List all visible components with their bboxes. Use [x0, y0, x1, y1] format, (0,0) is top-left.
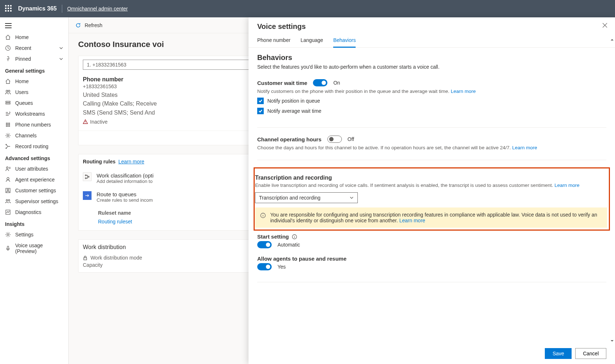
svg-point-5	[6, 123, 7, 124]
notify-avg-checkbox[interactable]	[257, 108, 264, 114]
start-toggle[interactable]	[257, 241, 272, 248]
cwt-label: Customer wait time	[257, 80, 307, 86]
diagnostics-icon	[5, 209, 11, 215]
nav-label: User attributes	[15, 166, 48, 172]
cwt-toggle[interactable]	[313, 79, 327, 86]
nav-insights-settings[interactable]: Settings	[0, 229, 68, 240]
flyout-title: Voice settings	[257, 22, 606, 31]
routing-learn-link[interactable]: Learn more	[118, 159, 144, 164]
tr-banner: You are responsible for configuring and …	[255, 207, 607, 228]
svg-point-9	[8, 124, 8, 125]
users-icon	[5, 89, 11, 95]
info-icon	[260, 213, 266, 218]
nav-general-home[interactable]: Home	[0, 76, 68, 87]
top-divider	[62, 5, 62, 13]
svg-point-18	[7, 177, 9, 180]
transcription-highlight: Transcription and recording Enable live …	[254, 168, 609, 230]
nav-agent-experience[interactable]: Agent experience	[0, 174, 68, 185]
nav-label: Diagnostics	[15, 209, 41, 215]
voice-icon	[5, 245, 11, 251]
coh-state: Off	[348, 136, 354, 142]
notify-avg-label: Notify average wait time	[267, 108, 321, 114]
tr-help: Enable live transcription and recording …	[255, 183, 607, 188]
nav-diagnostics[interactable]: Diagnostics	[0, 207, 68, 218]
pause-toggle[interactable]	[257, 263, 272, 270]
nav-label: Record routing	[15, 144, 48, 149]
nav-label: Settings	[15, 232, 34, 237]
nav-recent[interactable]: Recent	[0, 43, 68, 53]
nav-voice-usage[interactable]: Voice usage (Preview)	[0, 240, 68, 257]
nav-home[interactable]: Home	[0, 32, 68, 43]
nav-label: Workstreams	[15, 111, 45, 117]
cwt-learn-link[interactable]: Learn more	[451, 89, 476, 94]
scroll-down-indicator[interactable]	[610, 338, 614, 344]
tab-phone-number[interactable]: Phone number	[257, 37, 290, 47]
nav-label: Customer settings	[15, 188, 56, 193]
svg-point-13	[9, 126, 10, 127]
lock-icon	[83, 256, 88, 260]
refresh-button[interactable]: Refresh	[85, 22, 102, 28]
nav-section-insights: Insights	[0, 218, 68, 229]
status-text: Inactive	[90, 119, 107, 125]
tr-banner-learn-link[interactable]: Learn more	[399, 218, 425, 223]
svg-point-22	[8, 200, 10, 201]
nav-users[interactable]: Users	[0, 87, 68, 98]
coh-learn-link[interactable]: Learn more	[512, 145, 537, 150]
cwt-help: Notify customers on the phone with their…	[257, 89, 606, 94]
coh-toggle[interactable]	[327, 136, 342, 143]
coh-label: Channel operating hours	[257, 136, 322, 142]
svg-point-7	[9, 123, 10, 124]
nav-pinned[interactable]: Pinned	[0, 53, 68, 64]
nav-queues[interactable]: Queues	[0, 98, 68, 108]
route-icon	[83, 191, 92, 200]
start-label: Start setting	[257, 234, 606, 240]
svg-point-2	[8, 90, 10, 92]
svg-point-12	[8, 126, 8, 127]
save-button[interactable]: Save	[545, 348, 572, 359]
close-button[interactable]	[602, 22, 608, 29]
svg-rect-3	[6, 101, 10, 102]
flyout-tabs: Phone number Language Behaviors	[249, 31, 615, 48]
nav-section-advanced: Advanced settings	[0, 152, 68, 163]
nav-phone-numbers[interactable]: Phone numbers	[0, 119, 68, 130]
info-icon[interactable]	[292, 234, 297, 239]
nav-label: Users	[15, 89, 29, 95]
start-state: Automatic	[277, 242, 300, 248]
flyout-footer: Save Cancel	[249, 343, 615, 364]
top-bar: Dynamics 365 Omnichannel admin center	[0, 0, 615, 17]
routing-ruleset-link[interactable]: Routing ruleset	[98, 219, 132, 224]
svg-point-10	[9, 124, 10, 125]
nav-label: Pinned	[15, 56, 31, 62]
workstreams-icon	[5, 111, 11, 117]
app-launcher-icon[interactable]	[5, 5, 12, 12]
tab-behaviors[interactable]: Behaviors	[333, 37, 356, 48]
notify-position-checkbox[interactable]	[257, 98, 264, 104]
svg-point-1	[6, 90, 8, 92]
tr-dropdown[interactable]: Transcription and recording	[255, 192, 358, 203]
nav-supervisor-settings[interactable]: Supervisor settings	[0, 196, 68, 207]
check-icon	[258, 109, 263, 113]
hamburger-button[interactable]	[0, 20, 68, 32]
nav-record-routing[interactable]: Record routing	[0, 141, 68, 152]
nav-customer-settings[interactable]: Customer settings	[0, 185, 68, 196]
nav-workstreams[interactable]: Workstreams	[0, 108, 68, 119]
chevron-down-icon	[59, 46, 63, 50]
tr-learn-link[interactable]: Learn more	[555, 183, 580, 188]
svg-point-14	[7, 135, 9, 137]
nav-user-attributes[interactable]: User attributes	[0, 163, 68, 174]
svg-point-27	[85, 178, 86, 179]
svg-rect-29	[84, 258, 87, 260]
svg-point-24	[7, 234, 9, 236]
svg-point-21	[6, 200, 8, 201]
tr-banner-text: You are responsible for configuring and …	[270, 212, 597, 223]
cancel-button[interactable]: Cancel	[575, 348, 606, 359]
tab-language[interactable]: Language	[301, 37, 323, 47]
svg-point-6	[8, 123, 8, 124]
nav-label: Recent	[15, 45, 31, 51]
warning-icon	[83, 119, 88, 124]
wc-title: Work classification (opti	[97, 172, 153, 179]
nav-channels[interactable]: Channels	[0, 130, 68, 141]
app-subtitle[interactable]: Omnichannel admin center	[67, 6, 128, 12]
scroll-up-indicator[interactable]	[610, 37, 614, 43]
agent-icon	[5, 177, 11, 183]
